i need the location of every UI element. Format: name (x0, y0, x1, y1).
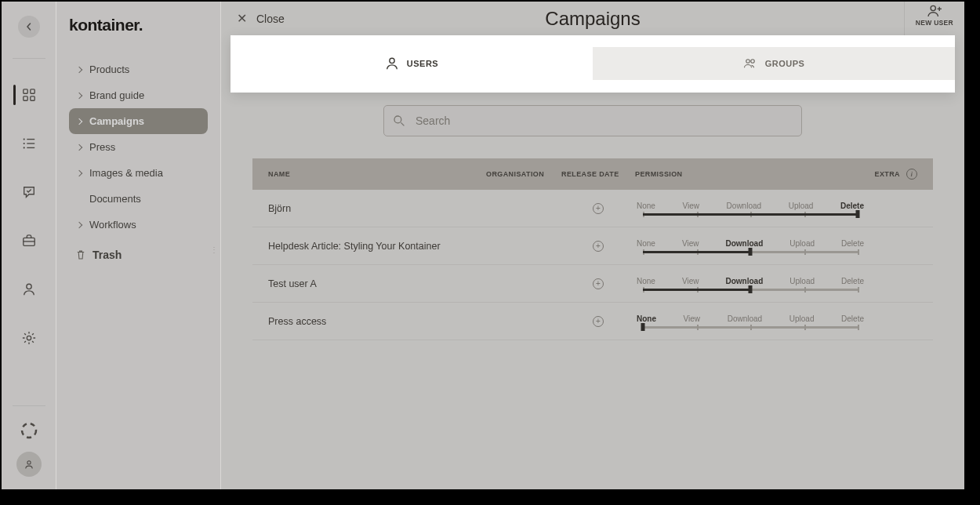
permission-slider[interactable]: NoneViewDownloadUploadDelete (635, 314, 866, 329)
nav-press[interactable]: Press (69, 134, 208, 160)
add-date-button[interactable]: + (593, 203, 604, 214)
chat-icon[interactable] (13, 176, 45, 208)
row-name: Helpdesk Article: Styling Your Kontainer (268, 241, 486, 252)
svg-point-4 (23, 139, 24, 140)
add-date-button[interactable]: + (593, 278, 604, 289)
header-name: NAME (268, 170, 486, 178)
header-extra: EXTRA i (866, 169, 917, 180)
svg-point-20 (746, 60, 750, 64)
svg-rect-3 (30, 96, 34, 100)
close-icon: ✕ (237, 11, 247, 26)
permission-slider[interactable]: NoneViewDownloadUploadDelete (635, 239, 866, 253)
header-release-date: RELEASE DATE (561, 170, 635, 178)
main-panel: ✕ Close Campaigns NEW USER USERS GROUPS (221, 2, 964, 489)
svg-point-19 (390, 58, 394, 63)
help-icon[interactable] (20, 422, 38, 439)
back-button[interactable] (18, 16, 40, 38)
svg-point-16 (931, 5, 935, 10)
apps-icon[interactable] (13, 79, 45, 111)
user-icon[interactable] (13, 274, 45, 305)
nav-trash[interactable]: Trash (69, 249, 208, 261)
nav-brand-guide[interactable]: Brand guide (69, 82, 208, 108)
svg-point-13 (27, 336, 31, 340)
row-release-date: + (561, 316, 635, 327)
list-icon[interactable] (13, 128, 45, 159)
row-name: Press access (268, 316, 486, 327)
svg-point-8 (23, 147, 24, 148)
table-header-row: NAME ORGANISATION RELEASE DATE PERMISSIO… (252, 158, 933, 190)
svg-rect-0 (23, 89, 27, 93)
user-icon (385, 56, 399, 71)
row-release-date: + (561, 203, 635, 214)
group-icon (743, 56, 757, 71)
row-name: Björn (268, 203, 486, 214)
svg-point-12 (26, 284, 31, 289)
nav-campaigns[interactable]: Campaigns (69, 108, 208, 134)
nav-products[interactable]: Products (69, 56, 208, 82)
account-avatar[interactable] (16, 452, 42, 477)
header-organisation: ORGANISATION (486, 170, 561, 178)
nav-images-media[interactable]: Images & media (69, 160, 208, 186)
header-permission: PERMISSION (635, 170, 866, 178)
users-table: NAME ORGANISATION RELEASE DATE PERMISSIO… (252, 158, 933, 340)
svg-point-14 (22, 423, 36, 438)
svg-rect-1 (30, 89, 34, 93)
search-input[interactable] (383, 105, 802, 136)
close-button[interactable]: ✕ Close (237, 11, 285, 26)
gear-icon[interactable] (13, 322, 45, 354)
svg-line-23 (401, 122, 404, 125)
page-title: Campaigns (545, 8, 640, 30)
new-user-icon (926, 5, 943, 17)
trash-icon (75, 249, 86, 260)
nav-workflows[interactable]: Workflows (69, 212, 208, 238)
drag-handle-icon[interactable]: ⋮⋮ (210, 245, 218, 254)
svg-point-22 (394, 116, 401, 123)
add-date-button[interactable]: + (593, 316, 604, 327)
new-user-button[interactable]: NEW USER (904, 2, 964, 35)
svg-point-21 (750, 60, 754, 64)
table-row[interactable]: Helpdesk Article: Styling Your Kontainer… (252, 227, 933, 265)
svg-point-6 (23, 143, 24, 144)
briefcase-icon[interactable] (13, 225, 45, 256)
folder-sidebar: kontainer. Products Brand guide Campaign… (56, 2, 221, 489)
svg-point-15 (27, 461, 30, 464)
icon-rail (2, 2, 56, 489)
search-icon (393, 114, 405, 127)
permission-slider[interactable]: NoneViewDownloadUploadDelete (635, 202, 866, 216)
svg-rect-2 (23, 96, 27, 100)
table-row[interactable]: Test user A+NoneViewDownloadUploadDelete (252, 265, 933, 303)
tab-groups[interactable]: GROUPS (593, 47, 955, 80)
row-release-date: + (561, 241, 635, 252)
table-row[interactable]: Press access+NoneViewDownloadUploadDelet… (252, 303, 933, 340)
tabs-panel: USERS GROUPS (230, 35, 955, 93)
tab-users[interactable]: USERS (230, 47, 593, 80)
permission-slider[interactable]: NoneViewDownloadUploadDelete (635, 277, 866, 291)
nav-documents[interactable]: Documents (69, 186, 208, 212)
table-row[interactable]: Björn+NoneViewDownloadUploadDelete (252, 190, 933, 227)
logo: kontainer. (69, 16, 208, 35)
add-date-button[interactable]: + (593, 241, 604, 252)
row-release-date: + (561, 278, 635, 289)
row-name: Test user A (268, 278, 486, 289)
info-icon[interactable]: i (906, 169, 917, 180)
